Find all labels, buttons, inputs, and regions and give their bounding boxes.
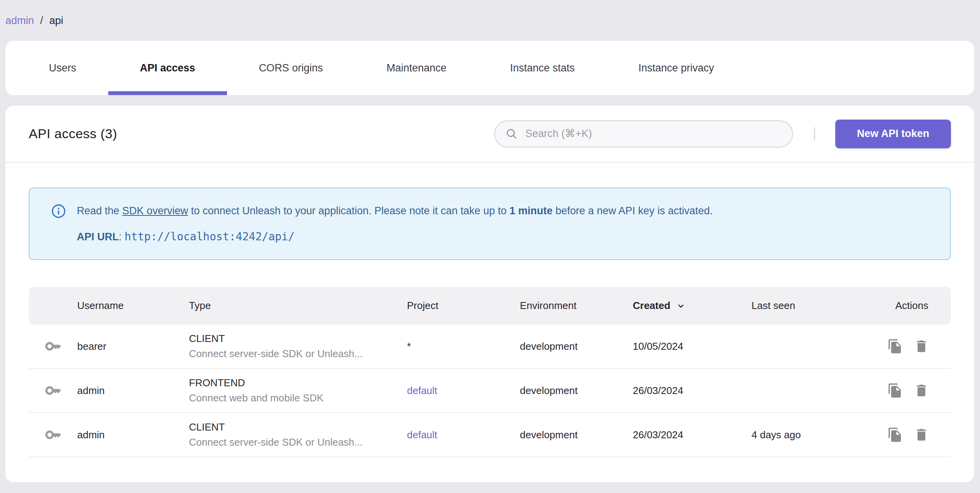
- copy-icon: [887, 339, 903, 354]
- cell-actions: [880, 339, 951, 354]
- cell-created: 26/03/2024: [633, 385, 751, 397]
- cell-environment: development: [520, 429, 633, 441]
- delete-token-button[interactable]: [914, 383, 929, 398]
- alert-message: Read the SDK overview to connect Unleash…: [77, 203, 713, 219]
- card-header: API access (3) New API token: [5, 106, 974, 163]
- token-type: CLIENT: [189, 421, 407, 433]
- search-icon: [505, 127, 518, 141]
- token-type: FRONTEND: [189, 377, 407, 389]
- settings-tab-bar: Users API access CORS origins Maintenanc…: [5, 41, 974, 95]
- api-url-value: http://localhost:4242/api/: [125, 230, 294, 243]
- project-link[interactable]: default: [407, 385, 437, 396]
- header-cell-username[interactable]: Username: [77, 300, 189, 312]
- tab-instance-stats-label: Instance stats: [510, 62, 575, 74]
- trash-icon: [914, 427, 929, 443]
- sdk-info-alert: Read the SDK overview to connect Unleash…: [29, 187, 951, 260]
- tab-users[interactable]: Users: [17, 41, 108, 95]
- search-input[interactable]: [525, 128, 766, 140]
- cell-project: *: [407, 340, 520, 352]
- api-url-colon: :: [119, 231, 125, 243]
- cell-actions: [880, 427, 951, 443]
- token-type: CLIENT: [189, 333, 407, 345]
- token-type-description: Connect web and mobile SDK: [189, 392, 407, 404]
- header-cell-actions: Actions: [880, 300, 951, 312]
- api-tokens-table: Username Type Project Environment Create…: [29, 287, 951, 457]
- tab-instance-privacy[interactable]: Instance privacy: [606, 41, 746, 95]
- token-type-description: Connect server-side SDK or Unleash...: [189, 436, 407, 448]
- token-type-description: Connect server-side SDK or Unleash...: [189, 348, 407, 360]
- cell-created: 26/03/2024: [633, 429, 751, 441]
- tab-api-access[interactable]: API access: [108, 41, 227, 95]
- key-icon: [29, 426, 77, 443]
- tab-instance-stats[interactable]: Instance stats: [478, 41, 607, 95]
- header-cell-created[interactable]: Created: [633, 300, 751, 312]
- table-header-row: Username Type Project Environment Create…: [29, 287, 951, 325]
- cell-type: FRONTEND Connect web and mobile SDK: [189, 377, 407, 404]
- cell-last-seen: 4 days ago: [751, 429, 880, 441]
- cell-username: bearer: [77, 340, 189, 352]
- cell-type: CLIENT Connect server-side SDK or Unleas…: [189, 333, 407, 360]
- copy-token-button[interactable]: [887, 383, 903, 398]
- page-title: API access (3): [29, 126, 117, 141]
- tab-maintenance[interactable]: Maintenance: [355, 41, 478, 95]
- project-link[interactable]: default: [407, 429, 437, 441]
- breadcrumb-current-page: api: [49, 15, 63, 27]
- trash-icon: [914, 383, 929, 398]
- cell-created: 10/05/2024: [633, 340, 751, 352]
- table-row: admin FRONTEND Connect web and mobile SD…: [29, 369, 951, 413]
- copy-token-button[interactable]: [887, 427, 903, 443]
- table-row: admin CLIENT Connect server-side SDK or …: [29, 413, 951, 457]
- header-divider: [814, 127, 815, 141]
- sdk-overview-link[interactable]: SDK overview: [122, 205, 188, 217]
- table-row: bearer CLIENT Connect server-side SDK or…: [29, 325, 951, 369]
- header-cell-project[interactable]: Project: [407, 300, 520, 312]
- alert-text-middle: to connect Unleash to your application. …: [188, 205, 510, 217]
- alert-text-block: Read the SDK overview to connect Unleash…: [77, 203, 713, 243]
- tab-api-access-label: API access: [140, 62, 196, 74]
- breadcrumb-separator: /: [40, 15, 43, 27]
- api-url-label: API URL: [77, 231, 119, 243]
- delete-token-button[interactable]: [914, 427, 929, 443]
- tab-users-label: Users: [49, 62, 76, 74]
- key-icon: [29, 382, 77, 399]
- copy-token-button[interactable]: [887, 339, 903, 354]
- copy-icon: [887, 427, 903, 443]
- new-api-token-button[interactable]: New API token: [835, 120, 951, 148]
- alert-text-prefix: Read the: [77, 205, 122, 217]
- header-cell-last-seen[interactable]: Last seen: [751, 300, 880, 312]
- cell-username: admin: [77, 385, 189, 397]
- header-cell-type[interactable]: Type: [189, 300, 407, 312]
- breadcrumb: admin / api: [5, 15, 63, 27]
- tab-cors-origins[interactable]: CORS origins: [227, 41, 355, 95]
- active-tab-indicator: [108, 91, 227, 95]
- cell-project: default: [407, 385, 520, 397]
- copy-icon: [887, 383, 903, 398]
- tab-maintenance-label: Maintenance: [386, 62, 447, 74]
- trash-icon: [914, 339, 929, 354]
- cell-username: admin: [77, 429, 189, 441]
- chevron-down-icon: [676, 301, 686, 311]
- cell-type: CLIENT Connect server-side SDK or Unleas…: [189, 421, 407, 448]
- cell-actions: [880, 383, 951, 398]
- project-value: *: [407, 340, 411, 352]
- alert-text-suffix: before a new API key is activated.: [552, 205, 713, 217]
- header-cell-environment[interactable]: Environment: [520, 300, 633, 312]
- header-created-label: Created: [633, 300, 670, 312]
- key-icon: [29, 338, 77, 355]
- alert-text-bold: 1 minute: [509, 205, 552, 217]
- delete-token-button[interactable]: [914, 339, 929, 354]
- api-url-line: API URL: http://localhost:4242/api/: [77, 230, 713, 243]
- tab-cors-origins-label: CORS origins: [259, 62, 323, 74]
- cell-project: default: [407, 429, 520, 441]
- breadcrumb-admin-link[interactable]: admin: [5, 15, 34, 27]
- info-icon: [51, 204, 66, 243]
- search-box[interactable]: [494, 120, 793, 148]
- api-access-card: API access (3) New API token Read the SD…: [5, 106, 974, 482]
- cell-environment: development: [520, 340, 633, 352]
- cell-environment: development: [520, 385, 633, 397]
- tab-instance-privacy-label: Instance privacy: [638, 62, 714, 74]
